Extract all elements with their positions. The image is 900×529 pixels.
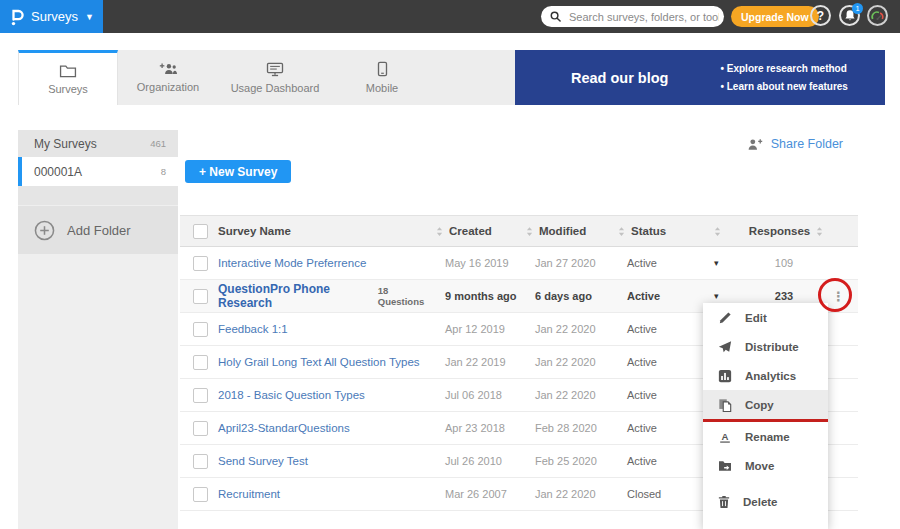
status-label: Active [627,257,657,269]
status-label: Active [627,323,657,335]
menu-item-delete[interactable]: Delete [703,487,828,516]
row-checkbox[interactable] [193,454,208,469]
banner-bullet: Explore research method [720,63,847,74]
menu-item-rename[interactable]: ARename [703,422,828,451]
survey-name-link[interactable]: April23-StandarQuestions [218,422,350,434]
column-header-modified: Modified [539,225,586,237]
menu-item-label: Move [745,460,774,472]
mobile-icon [377,61,388,77]
tab-label: Mobile [366,82,398,94]
responses-count: 109 [775,257,793,269]
tab-label: Usage Dashboard [231,82,320,94]
questionpro-logo-icon [9,7,24,26]
banner-bullet-list: Explore research method Learn about new … [720,63,847,92]
row-actions-kebab-icon[interactable]: ⋮ [832,289,845,304]
modified-date: 6 days ago [535,290,592,302]
plus-circle-icon [34,220,55,241]
sort-icon[interactable] [526,226,533,237]
search-input[interactable] [567,10,721,24]
table-header-row: Survey Name Created Modified Status Resp… [180,215,858,247]
svg-text:A: A [722,430,729,441]
menu-item-edit[interactable]: Edit [703,303,828,332]
created-date: Jul 06 2018 [445,389,502,401]
folder-icon [59,64,77,78]
notifications-button[interactable]: 1 [839,5,860,26]
menu-item-move[interactable]: Move [703,451,828,480]
modified-date: Feb 25 2020 [535,455,597,467]
survey-name-link[interactable]: Feedback 1:1 [218,323,288,335]
row-checkbox[interactable] [193,487,208,502]
usage-gauge-button[interactable] [867,5,888,26]
tab-usage-dashboard[interactable]: Usage Dashboard [218,50,332,105]
modified-date: Jan 22 2020 [535,488,596,500]
share-person-icon [747,138,764,151]
sort-icon[interactable] [436,226,443,237]
help-button[interactable]: ? [810,5,831,26]
sidebar-item-my-surveys[interactable]: My Surveys 461 [18,130,178,157]
tab-mobile[interactable]: Mobile [332,50,432,105]
global-search[interactable] [541,6,724,27]
menu-item-distribute[interactable]: Distribute [703,332,828,361]
question-mark-icon: ? [817,9,824,23]
row-actions-context-menu: EditDistributeAnalyticsCopyARenameMoveDe… [703,303,828,529]
menu-item-label: Analytics [745,370,796,382]
survey-name-link[interactable]: 2018 - Basic Question Types [218,389,365,401]
survey-name-link[interactable]: Interactive Mode Preferrence [218,257,366,269]
blog-promo-banner[interactable]: Read our blog Explore research method Le… [515,50,885,105]
created-date: Jul 26 2010 [445,455,502,467]
new-survey-button[interactable]: + New Survey [185,160,291,183]
survey-name-link[interactable]: Recruitment [218,488,280,500]
product-switcher[interactable]: Surveys ▼ [0,0,103,33]
move-folder-icon [718,460,732,472]
top-bar: Surveys ▼ Upgrade Now ? 1 [0,0,900,33]
status-dropdown-caret-icon[interactable]: ▾ [714,291,719,301]
survey-name-link[interactable]: QuestionPro Phone Research [218,282,372,310]
created-date: Jan 22 2019 [445,356,506,368]
sort-icon[interactable] [618,226,625,237]
status-label: Closed [627,488,661,500]
tab-label: Surveys [48,83,88,95]
survey-name-link[interactable]: Send Survey Test [218,455,308,467]
sidebar-item-000001A[interactable]: 000001A 8 [18,157,178,186]
row-checkbox[interactable] [193,421,208,436]
row-checkbox[interactable] [193,388,208,403]
folder-label: My Surveys [34,137,97,151]
sidebar-fill [18,254,178,529]
bar-chart-icon [718,369,732,383]
survey-name-link[interactable]: Holy Grail Long Text All Question Types [218,356,420,368]
upgrade-now-button[interactable]: Upgrade Now [731,6,819,27]
banner-title: Read our blog [571,70,668,86]
module-tabs: Surveys Organization Usage Dashboard Mob… [18,50,515,105]
column-header-status: Status [631,225,666,237]
status-label: Active [627,455,657,467]
folder-label: 000001A [34,165,82,179]
notification-count-badge: 1 [852,3,863,14]
organization-icon [158,62,178,76]
question-count-badge: 18 Questions [378,285,432,307]
select-all-checkbox[interactable] [193,224,208,239]
column-header-survey-name: Survey Name [218,225,291,237]
menu-item-analytics[interactable]: Analytics [703,361,828,390]
menu-item-copy[interactable]: Copy [703,390,828,419]
status-dropdown-caret-icon[interactable]: ▾ [714,258,719,268]
sort-icon[interactable] [714,226,721,237]
table-row: Interactive Mode PreferrenceMay 16 2019J… [180,247,858,280]
row-checkbox[interactable] [193,322,208,337]
status-label: Active [627,290,660,302]
add-folder-button[interactable]: Add Folder [18,206,178,254]
tab-organization[interactable]: Organization [118,50,218,105]
dashboard-icon [266,62,284,77]
share-folder-link[interactable]: Share Folder [747,137,843,151]
folders-sidebar: My Surveys 461 000001A 8 Add Folder [18,130,178,529]
created-date: Mar 26 2007 [445,488,507,500]
column-header-responses: Responses [749,225,810,237]
row-checkbox[interactable] [193,289,208,304]
status-label: Active [627,356,657,368]
menu-item-label: Edit [745,312,767,324]
status-label: Active [627,389,657,401]
row-checkbox[interactable] [193,256,208,271]
row-checkbox[interactable] [193,355,208,370]
created-date: Apr 23 2018 [445,422,505,434]
sort-icon[interactable] [816,226,823,237]
tab-surveys[interactable]: Surveys [18,50,118,105]
